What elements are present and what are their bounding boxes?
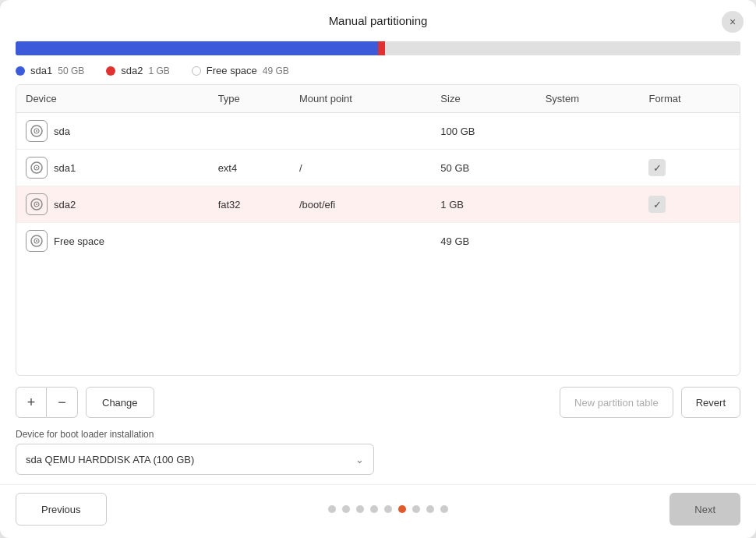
svg-point-11 — [36, 240, 37, 242]
bootloader-value: sda QEMU HARDDISK ATA (100 GB) — [26, 454, 194, 465]
cell-system — [536, 223, 640, 260]
cell-system — [536, 150, 640, 186]
cell-mount: / — [290, 150, 431, 186]
partition-table: Device Type Mount point Size System Form… — [16, 85, 740, 259]
disk-icon — [26, 193, 48, 215]
device-name: sda1 — [54, 162, 76, 174]
previous-button[interactable]: Previous — [16, 493, 107, 526]
step-dot-4 — [384, 505, 392, 513]
device-name: sda — [54, 126, 70, 137]
manual-partitioning-dialog: Manual partitioning × sda1 50 GB sda2 1 … — [0, 0, 756, 538]
cell-type: fat32 — [209, 186, 290, 223]
cell-device: sda1 — [16, 150, 209, 186]
remove-partition-button[interactable]: − — [47, 387, 78, 418]
change-button[interactable]: Change — [86, 387, 154, 418]
legend-dot-sda1 — [16, 66, 25, 76]
next-button[interactable]: Next — [669, 493, 740, 526]
close-button[interactable]: × — [722, 11, 744, 33]
svg-point-8 — [36, 204, 37, 205]
legend-size-free: 49 GB — [263, 65, 289, 76]
disk-bar-free — [385, 41, 740, 55]
legend-dot-free — [192, 66, 201, 76]
cell-device: sda — [16, 113, 209, 150]
col-system: System — [536, 85, 640, 113]
legend-name-sda2: sda2 — [121, 65, 143, 76]
format-checkmark: ✓ — [648, 159, 666, 176]
format-checkmark: ✓ — [648, 196, 666, 213]
table-header-row: Device Type Mount point Size System Form… — [16, 85, 740, 113]
col-format: Format — [639, 85, 740, 113]
chevron-down-icon: ⌄ — [355, 454, 364, 465]
disk-bar-sda1 — [16, 41, 378, 55]
cell-mount: /boot/efi — [290, 186, 431, 223]
cell-size: 50 GB — [431, 150, 535, 186]
step-dot-7 — [426, 505, 434, 513]
legend-size-sda2: 1 GB — [148, 65, 169, 76]
legend-name-sda1: sda1 — [30, 65, 52, 76]
svg-point-2 — [36, 130, 37, 132]
add-partition-button[interactable]: + — [16, 387, 47, 418]
cell-system — [536, 186, 640, 223]
cell-mount — [290, 113, 431, 150]
svg-point-5 — [36, 167, 37, 168]
col-type: Type — [209, 85, 290, 113]
cell-type — [209, 113, 290, 150]
disk-legend: sda1 50 GB sda2 1 GB Free space 49 GB — [0, 58, 756, 81]
legend-item-sda2: sda2 1 GB — [106, 65, 170, 76]
bootloader-select[interactable]: sda QEMU HARDDISK ATA (100 GB) ⌄ — [16, 444, 374, 475]
table-row[interactable]: sda1ext4/50 GB✓ — [16, 150, 740, 186]
cell-size: 1 GB — [431, 186, 535, 223]
footer: Previous Next — [0, 484, 756, 538]
revert-button[interactable]: Revert — [681, 387, 740, 418]
col-size: Size — [431, 85, 535, 113]
step-dots — [328, 505, 448, 513]
legend-item-free: Free space 49 GB — [192, 65, 289, 76]
step-dot-1 — [342, 505, 350, 513]
cell-system — [536, 113, 640, 150]
disk-bar — [16, 41, 740, 55]
disk-bar-container — [0, 35, 756, 58]
col-mount: Mount point — [290, 85, 431, 113]
table-row[interactable]: sda100 GB — [16, 113, 740, 150]
step-dot-3 — [370, 505, 378, 513]
new-partition-table-button[interactable]: New partition table — [560, 387, 673, 418]
disk-icon — [26, 120, 48, 142]
cell-format — [639, 113, 740, 150]
device-name: sda2 — [54, 199, 76, 211]
table-row[interactable]: sda2fat32/boot/efi1 GB✓ — [16, 186, 740, 223]
disk-bar-sda2 — [378, 41, 385, 55]
dialog-header: Manual partitioning × — [0, 0, 756, 35]
step-dot-5 — [398, 505, 406, 513]
step-dot-6 — [412, 505, 420, 513]
cell-size: 100 GB — [431, 113, 535, 150]
legend-name-free: Free space — [207, 65, 257, 76]
disk-icon — [26, 157, 48, 179]
cell-device: Free space — [16, 223, 209, 260]
cell-mount — [290, 223, 431, 260]
disk-icon — [26, 230, 48, 252]
bootloader-label: Device for boot loader installation — [16, 429, 740, 440]
dialog-title: Manual partitioning — [329, 14, 428, 27]
actions-bar: + − Change New partition table Revert — [0, 376, 756, 424]
legend-item-sda1: sda1 50 GB — [16, 65, 84, 76]
step-dot-0 — [328, 505, 336, 513]
legend-dot-sda2 — [106, 66, 115, 76]
partition-table-container: Device Type Mount point Size System Form… — [16, 84, 740, 376]
col-device: Device — [16, 85, 209, 113]
cell-format — [639, 223, 740, 260]
cell-type: ext4 — [209, 150, 290, 186]
device-name: Free space — [54, 235, 104, 247]
right-actions: New partition table Revert — [560, 387, 740, 418]
cell-format: ✓ — [639, 186, 740, 223]
step-dot-8 — [440, 505, 448, 513]
legend-size-sda1: 50 GB — [58, 65, 84, 76]
cell-device: sda2 — [16, 186, 209, 223]
cell-format: ✓ — [639, 150, 740, 186]
cell-size: 49 GB — [431, 223, 535, 260]
cell-type — [209, 223, 290, 260]
step-dot-2 — [356, 505, 364, 513]
bootloader-row: Device for boot loader installation sda … — [0, 424, 756, 484]
table-row[interactable]: Free space49 GB — [16, 223, 740, 260]
